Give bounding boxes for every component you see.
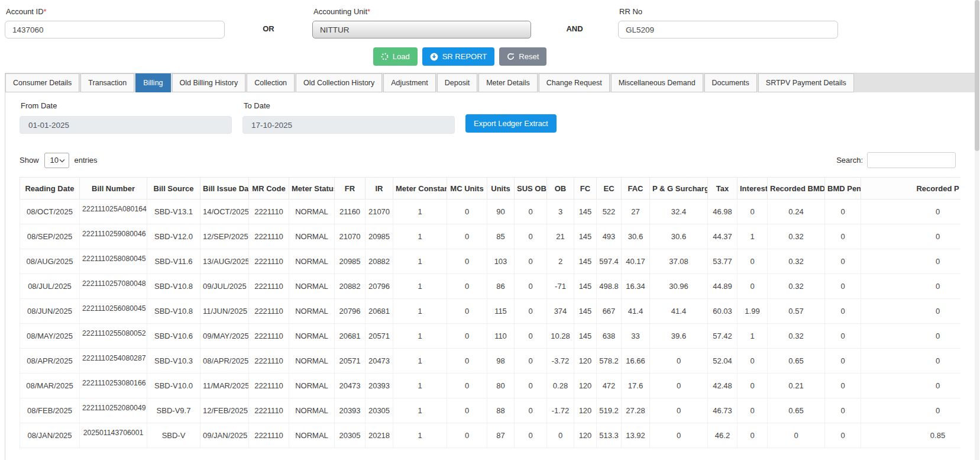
column-header-bmd-pen[interactable]: BMD Pen — [825, 178, 861, 200]
table-cell: 0 — [547, 423, 574, 448]
column-header-ir[interactable]: IR — [366, 178, 393, 200]
table-cell: 80 — [487, 374, 515, 398]
table-cell: 98 — [487, 349, 515, 374]
tab-old-billing-history[interactable]: Old Billing History — [172, 73, 246, 92]
column-header-bill-number[interactable]: Bill Number — [80, 178, 147, 200]
column-header-tax[interactable]: Tax — [708, 178, 738, 200]
rr-no-input[interactable] — [618, 21, 838, 38]
tab-meter-details[interactable]: Meter Details — [478, 73, 538, 92]
table-cell: SBD-V10.8 — [147, 299, 200, 324]
to-date-label: To Date — [244, 101, 455, 110]
table-cell: 08/JUL/2025 — [20, 274, 80, 299]
tab-deposit[interactable]: Deposit — [437, 73, 477, 92]
column-header-units[interactable]: Units — [487, 178, 515, 200]
tab-miscellaneous-demand[interactable]: Miscellaneous Demand — [611, 73, 703, 92]
table-cell: 0 — [515, 349, 547, 374]
tab-change-request[interactable]: Change Request — [539, 73, 610, 92]
table-cell: 0 — [825, 398, 861, 423]
column-header-bill-issue-date[interactable]: Bill Issue Date — [200, 178, 249, 200]
rr-no-group: RR No — [618, 6, 838, 38]
table-cell: 20681 — [335, 324, 366, 349]
billing-tab-content: From Date 01-01-2025 To Date 17-10-2025 … — [5, 92, 975, 460]
table-cell: NORMAL — [289, 374, 335, 398]
table-cell: 0.21 — [768, 374, 825, 398]
from-date-input[interactable]: 01-01-2025 — [20, 116, 232, 134]
table-cell: 08/SEP/2025 — [20, 224, 80, 249]
export-ledger-extract-button[interactable]: Export Ledger Extract — [465, 114, 557, 133]
column-header-fac[interactable]: FAC — [622, 178, 650, 200]
table-cell: -1.72 — [547, 398, 574, 423]
accounting-unit-select[interactable]: NITTUR — [312, 21, 531, 38]
table-cell: 32.4 — [650, 200, 708, 224]
tab-documents[interactable]: Documents — [704, 73, 757, 92]
table-cell: 2221110 — [249, 224, 289, 249]
column-header-fr[interactable]: FR — [335, 178, 366, 200]
column-header-fc[interactable]: FC — [574, 178, 597, 200]
column-header-reading-date[interactable]: Reading Date — [20, 178, 80, 200]
table-cell: 08/OCT/2025 — [20, 200, 80, 224]
reset-button[interactable]: Reset — [499, 47, 546, 66]
scrollbar-thumb[interactable] — [975, 0, 979, 151]
tab-consumer-details[interactable]: Consumer Details — [5, 73, 79, 92]
search-input[interactable] — [867, 152, 956, 168]
table-cell: 21070 — [335, 224, 366, 249]
column-header-recorded-p[interactable]: Recorded P — [861, 178, 961, 200]
account-id-group: Account ID* — [5, 6, 225, 38]
tab-transaction[interactable]: Transaction — [80, 73, 134, 92]
column-header-sus-ob[interactable]: SUS OB — [515, 178, 547, 200]
tab-panel: Consumer DetailsTransactionBillingOld Bi… — [5, 73, 975, 460]
table-cell: 0 — [825, 374, 861, 398]
table-cell: 20681 — [366, 299, 393, 324]
table-cell: 0 — [825, 200, 861, 224]
table-cell: 0.32 — [768, 324, 825, 349]
table-row: 08/MAR/20252221110253080166SBD-V10.011/M… — [20, 374, 961, 398]
account-id-label-text: Account ID — [6, 7, 44, 16]
column-header-interest[interactable]: Interest — [738, 178, 768, 200]
table-cell: 21070 — [366, 200, 393, 224]
table-cell: 60.03 — [708, 299, 738, 324]
tab-srtpv-payment-details[interactable]: SRTPV Payment Details — [758, 73, 854, 92]
table-cell: 12/FEB/2025 — [200, 398, 249, 423]
table-cell: 0.65 — [768, 398, 825, 423]
table-cell: 20473 — [335, 374, 366, 398]
table-cell: 46.2 — [708, 423, 738, 448]
to-date-input[interactable]: 17-10-2025 — [242, 116, 455, 134]
table-cell: 44.37 — [708, 224, 738, 249]
table-cell: 37.08 — [650, 249, 708, 274]
column-header-ob[interactable]: OB — [547, 178, 574, 200]
table-cell: 110 — [487, 324, 515, 349]
page-size-select[interactable]: 10 — [44, 153, 69, 168]
table-cell: 20393 — [366, 374, 393, 398]
table-cell: 0 — [515, 249, 547, 274]
vertical-scrollbar[interactable] — [975, 0, 979, 460]
table-cell: 120 — [574, 349, 597, 374]
table-cell: 2221110253080166 — [80, 374, 147, 398]
table-row: 08/OCT/2025222111025A080164SBD-V13.114/O… — [20, 200, 961, 224]
tab-old-collection-history[interactable]: Old Collection History — [296, 73, 382, 92]
table-cell: 2221110 — [249, 299, 289, 324]
table-cell: 39.6 — [650, 324, 708, 349]
column-header-p-g-surcharge[interactable]: P & G Surcharge — [650, 178, 708, 200]
table-header-row: Reading DateBill NumberBill SourceBill I… — [20, 178, 961, 200]
column-header-mc-units[interactable]: MC Units — [447, 178, 487, 200]
tab-billing[interactable]: Billing — [135, 73, 170, 92]
column-header-meter-status[interactable]: Meter Status — [289, 178, 335, 200]
tab-collection[interactable]: Collection — [247, 73, 295, 92]
account-id-input[interactable] — [5, 21, 225, 38]
column-header-ec[interactable]: EC — [597, 178, 622, 200]
billing-table: Reading DateBill NumberBill SourceBill I… — [20, 177, 960, 448]
column-header-recorded-bmd[interactable]: Recorded BMD — [768, 178, 825, 200]
table-cell: -71 — [547, 274, 574, 299]
tab-adjustment[interactable]: Adjustment — [383, 73, 436, 92]
sr-report-button[interactable]: SR REPORT — [422, 47, 495, 66]
table-cell: 16.66 — [622, 349, 650, 374]
load-button[interactable]: Load — [373, 47, 418, 66]
table-cell: 0 — [515, 374, 547, 398]
column-header-meter-constant[interactable]: Meter Constant — [393, 178, 447, 200]
rr-no-label: RR No — [619, 7, 838, 16]
table-cell: 1 — [393, 299, 447, 324]
column-header-mr-code[interactable]: MR Code — [249, 178, 289, 200]
table-cell: 1 — [738, 224, 768, 249]
column-header-bill-source[interactable]: Bill Source — [147, 178, 200, 200]
sr-report-button-label: SR REPORT — [442, 52, 487, 61]
